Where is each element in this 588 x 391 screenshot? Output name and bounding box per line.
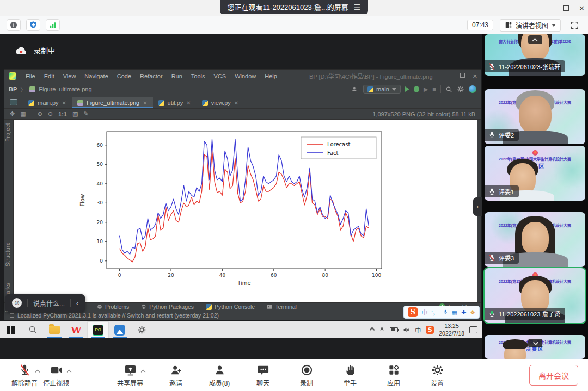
tab-figure-ultimate-png[interactable]: Figure_ultimate.png✕ xyxy=(72,97,153,108)
record-button[interactable]: 录制 xyxy=(292,364,321,387)
close-tab-icon[interactable]: ✕ xyxy=(62,100,66,106)
participant-tile-active-speaker[interactable]: 2022年(第15届)中国大学生计算机设计大赛上海 11-2022061023-… xyxy=(485,268,585,323)
banner-menu-icon[interactable]: ☰ xyxy=(354,3,361,11)
profile-sphere-icon[interactable] xyxy=(469,85,476,93)
close-button[interactable]: ✕ xyxy=(579,4,585,13)
stop-video-button[interactable]: 停止视频 xyxy=(41,364,71,387)
close-tab-icon[interactable]: ✕ xyxy=(234,100,238,106)
menu-view[interactable]: View xyxy=(59,72,80,80)
view-mode-selector[interactable]: 演讲者视图 xyxy=(500,19,561,32)
participant-tile[interactable]: 2022年(第15届)中国大学生计算机设计大赛决赛区 评委1 xyxy=(485,146,585,201)
tool-python-packages[interactable]: Python Packages xyxy=(141,303,194,310)
security-shield-icon[interactable] xyxy=(26,19,40,31)
stop-button[interactable]: ■ xyxy=(432,86,436,92)
apps-button[interactable]: 应用 xyxy=(379,364,408,387)
start-button[interactable] xyxy=(0,321,22,338)
zoom-in-icon[interactable]: ⊕ xyxy=(38,110,42,117)
tray-expand-icon[interactable] xyxy=(370,327,375,333)
taskbar-wps[interactable]: W xyxy=(65,321,87,338)
breadcrumb-root[interactable]: BP xyxy=(9,86,17,92)
chat-quick-bar[interactable]: ☺ 说点什么... ‹ xyxy=(5,294,85,312)
ime-tray-indicator[interactable]: 中 xyxy=(415,326,421,334)
run-config-selector[interactable]: main xyxy=(363,85,401,94)
tool-problems[interactable]: Problems xyxy=(97,303,129,310)
fullscreen-button[interactable] xyxy=(567,19,581,31)
pycharm-minimize[interactable]: — xyxy=(446,73,452,80)
chat-placeholder[interactable]: 说点什么... xyxy=(33,299,65,308)
zoom-level[interactable]: 1:1 xyxy=(58,111,67,117)
pycharm-close[interactable]: ✕ xyxy=(473,73,477,80)
minimize-button[interactable]: — xyxy=(547,4,554,13)
run-button[interactable] xyxy=(405,86,409,92)
taskbar-search[interactable] xyxy=(22,321,44,338)
ime-skin-icon[interactable]: ✚ xyxy=(461,309,466,316)
menu-navigate[interactable]: Navigate xyxy=(81,72,112,80)
coverage-button[interactable]: ▶ xyxy=(424,86,428,93)
grid-toggle-icon[interactable]: ▦ xyxy=(20,110,26,117)
debug-button[interactable] xyxy=(414,86,419,92)
share-screen-button[interactable]: 共享屏幕 xyxy=(115,364,145,387)
settings-button[interactable]: 设置 xyxy=(422,364,452,387)
ime-keyboard-icon[interactable]: ▦ xyxy=(452,309,457,316)
emoji-icon[interactable]: ☺ xyxy=(12,298,22,308)
zoom-out-icon[interactable]: ⊖ xyxy=(48,110,53,117)
participant-tile[interactable]: 2022年(第15届)中国大学生计算机设计大赛上海 评委2 xyxy=(485,89,585,144)
editor-window-icon[interactable] xyxy=(10,99,17,105)
members-button[interactable]: 成员(8) xyxy=(205,364,234,387)
tool-python-console[interactable]: Python Console xyxy=(206,303,255,310)
taskbar-meeting-app[interactable] xyxy=(109,321,131,338)
invite-button[interactable]: 邀请 xyxy=(161,364,191,387)
status-message[interactable]: Localized PyCharm 2021.3.1 is available … xyxy=(17,312,219,319)
scroll-down-button[interactable] xyxy=(528,339,542,347)
tool-terminal[interactable]: Terminal xyxy=(267,303,297,310)
video-panel-toggle[interactable]: › xyxy=(473,197,482,216)
menu-edit[interactable]: Edit xyxy=(40,72,58,80)
ime-mic-icon[interactable] xyxy=(443,309,448,315)
menu-window[interactable]: Window xyxy=(231,72,260,80)
unmute-button[interactable]: 解除静音 xyxy=(10,364,39,387)
tab-view-py[interactable]: view.py✕ xyxy=(197,97,244,108)
codewithme-user-icon[interactable] xyxy=(351,85,359,93)
leave-meeting-button[interactable]: 离开会议 xyxy=(529,365,578,386)
fit-zoom-icon[interactable]: ✥ xyxy=(10,110,15,117)
chat-button[interactable]: 聊天 xyxy=(248,364,278,387)
menu-run[interactable]: Run xyxy=(168,72,186,80)
pycharm-restore[interactable] xyxy=(460,73,465,78)
taskbar-clock[interactable]: 13:25 2022/7/18 xyxy=(439,322,464,337)
sogou-ime-bar[interactable]: S 中 '， ▦ ✚ ❖ xyxy=(403,306,480,319)
search-icon[interactable] xyxy=(445,86,452,93)
menu-tools[interactable]: Tools xyxy=(187,72,209,80)
close-tab-icon[interactable]: ✕ xyxy=(143,100,147,106)
tray-mic-icon[interactable] xyxy=(379,326,385,333)
action-center-icon[interactable] xyxy=(469,326,477,333)
collapse-left-icon[interactable]: ‹ xyxy=(76,299,78,307)
raise-hand-button[interactable]: 举手 xyxy=(335,364,365,387)
maximize-button[interactable] xyxy=(564,5,569,11)
tab-util-py[interactable]: util.py✕ xyxy=(153,97,197,108)
battery-icon[interactable] xyxy=(390,327,398,332)
menu-file[interactable]: File xyxy=(22,72,39,80)
sogou-tray-icon[interactable]: S xyxy=(426,326,434,334)
tool-project[interactable]: Project xyxy=(5,123,11,142)
menu-vcs[interactable]: VCS xyxy=(210,72,230,80)
taskbar-pycharm[interactable]: PC xyxy=(87,321,109,338)
ime-mode-indicator[interactable]: 中 xyxy=(421,308,427,316)
ime-toolbox-icon[interactable]: ❖ xyxy=(470,309,475,316)
breadcrumb-file[interactable]: Figure_ultimate.png xyxy=(39,86,91,92)
scroll-up-button[interactable] xyxy=(528,35,542,44)
ime-punct-icon[interactable]: '， xyxy=(431,308,438,316)
menu-refactor[interactable]: Refactor xyxy=(136,72,167,80)
menu-code[interactable]: Code xyxy=(113,72,135,80)
taskbar-settings[interactable] xyxy=(131,321,152,338)
settings-gear-icon[interactable] xyxy=(457,85,464,93)
checkerboard-icon[interactable]: ▨ xyxy=(72,110,78,117)
participant-tile[interactable]: 2022年(第15届)中国大学生计算机设计大赛区 评委3 xyxy=(485,212,585,267)
tool-structure[interactable]: Structure xyxy=(5,242,11,266)
eyedropper-icon[interactable]: ✎ xyxy=(83,110,88,117)
close-tab-icon[interactable]: ✕ xyxy=(186,100,191,106)
meeting-info-icon[interactable] xyxy=(7,19,21,31)
menu-help[interactable]: Help xyxy=(261,72,281,80)
tab-main-py[interactable]: main.py✕ xyxy=(23,97,72,108)
sogou-logo-icon[interactable]: S xyxy=(408,307,418,317)
network-signal-icon[interactable] xyxy=(46,19,60,31)
